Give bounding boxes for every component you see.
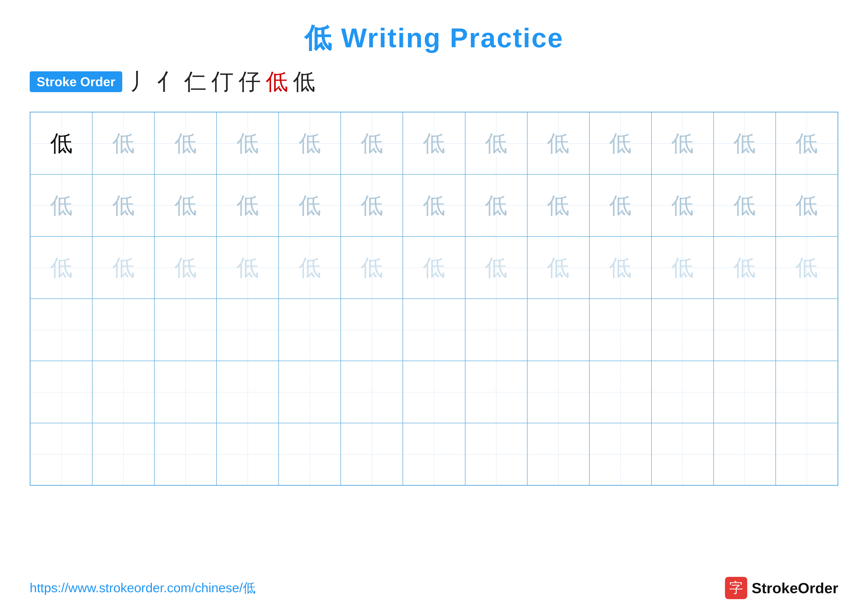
grid-cell-0-12[interactable]: 低 xyxy=(776,112,838,174)
grid-cell-0-6[interactable]: 低 xyxy=(403,112,465,174)
grid-cell-2-12[interactable]: 低 xyxy=(776,236,838,299)
grid-cell-4-0[interactable] xyxy=(30,361,92,423)
grid-cell-4-6[interactable] xyxy=(403,361,465,423)
grid-cell-1-0[interactable]: 低 xyxy=(30,174,92,236)
grid-cell-1-8[interactable]: 低 xyxy=(527,174,589,236)
grid-cell-2-3[interactable]: 低 xyxy=(217,236,279,299)
stroke-char-1: 亻 xyxy=(157,67,179,97)
grid-cell-4-7[interactable] xyxy=(465,361,527,423)
cell-char-2-2: 低 xyxy=(174,256,197,279)
grid-cell-2-2[interactable]: 低 xyxy=(154,236,217,299)
grid-cell-4-3[interactable] xyxy=(217,361,279,423)
grid-cell-2-10[interactable]: 低 xyxy=(651,236,714,299)
grid-cell-3-1[interactable] xyxy=(92,299,154,361)
stroke-order-row: Stroke Order 丿亻仁仃仔低低 xyxy=(30,67,838,97)
grid-cell-5-12[interactable] xyxy=(776,423,838,485)
grid-cell-2-9[interactable]: 低 xyxy=(589,236,651,299)
grid-cell-4-9[interactable] xyxy=(589,361,651,423)
grid-cell-4-2[interactable] xyxy=(154,361,217,423)
grid-cell-5-2[interactable] xyxy=(154,423,217,485)
grid-cell-3-8[interactable] xyxy=(527,299,589,361)
grid-cell-2-4[interactable]: 低 xyxy=(279,236,341,299)
stroke-char-6: 低 xyxy=(293,67,315,97)
stroke-sequence: 丿亻仁仃仔低低 xyxy=(130,67,315,97)
brand-name: StrokeOrder xyxy=(752,580,838,597)
grid-cell-3-0[interactable] xyxy=(30,299,92,361)
grid-cell-5-4[interactable] xyxy=(279,423,341,485)
grid-cell-0-11[interactable]: 低 xyxy=(714,112,776,174)
cell-char-0-8: 低 xyxy=(547,132,569,155)
grid-cell-5-10[interactable] xyxy=(651,423,714,485)
grid-cell-0-2[interactable]: 低 xyxy=(154,112,217,174)
cell-char-1-8: 低 xyxy=(547,194,569,217)
grid-cell-5-8[interactable] xyxy=(527,423,589,485)
grid-row-5 xyxy=(30,423,838,485)
grid-cell-1-4[interactable]: 低 xyxy=(279,174,341,236)
grid-cell-5-1[interactable] xyxy=(92,423,154,485)
grid-cell-3-6[interactable] xyxy=(403,299,465,361)
grid-cell-2-6[interactable]: 低 xyxy=(403,236,465,299)
grid-cell-3-11[interactable] xyxy=(714,299,776,361)
grid-cell-0-7[interactable]: 低 xyxy=(465,112,527,174)
cell-char-0-3: 低 xyxy=(237,132,259,155)
stroke-char-3: 仃 xyxy=(211,67,234,97)
grid-cell-1-6[interactable]: 低 xyxy=(403,174,465,236)
grid-cell-5-9[interactable] xyxy=(589,423,651,485)
grid-cell-1-10[interactable]: 低 xyxy=(651,174,714,236)
grid-cell-0-8[interactable]: 低 xyxy=(527,112,589,174)
cell-char-1-10: 低 xyxy=(671,194,694,217)
grid-cell-4-8[interactable] xyxy=(527,361,589,423)
grid-cell-4-5[interactable] xyxy=(341,361,403,423)
grid-cell-1-11[interactable]: 低 xyxy=(714,174,776,236)
grid-cell-3-7[interactable] xyxy=(465,299,527,361)
grid-cell-2-1[interactable]: 低 xyxy=(92,236,154,299)
cell-char-1-5: 低 xyxy=(361,194,383,217)
grid-cell-1-12[interactable]: 低 xyxy=(776,174,838,236)
grid-cell-1-3[interactable]: 低 xyxy=(217,174,279,236)
grid-cell-1-5[interactable]: 低 xyxy=(341,174,403,236)
grid-cell-1-7[interactable]: 低 xyxy=(465,174,527,236)
grid-cell-0-0[interactable]: 低 xyxy=(30,112,92,174)
grid-cell-1-2[interactable]: 低 xyxy=(154,174,217,236)
grid-cell-0-5[interactable]: 低 xyxy=(341,112,403,174)
grid-cell-4-4[interactable] xyxy=(279,361,341,423)
footer: https://www.strokeorder.com/chinese/低 字 … xyxy=(30,562,838,599)
cell-char-2-5: 低 xyxy=(361,256,383,279)
grid-cell-2-11[interactable]: 低 xyxy=(714,236,776,299)
grid-row-4 xyxy=(30,361,838,423)
cell-char-0-10: 低 xyxy=(671,132,694,155)
grid-cell-4-10[interactable] xyxy=(651,361,714,423)
grid-cell-5-7[interactable] xyxy=(465,423,527,485)
grid-cell-5-3[interactable] xyxy=(217,423,279,485)
grid-cell-2-5[interactable]: 低 xyxy=(341,236,403,299)
grid-row-1: 低低低低低低低低低低低低低 xyxy=(30,174,838,236)
grid-cell-0-4[interactable]: 低 xyxy=(279,112,341,174)
grid-cell-5-11[interactable] xyxy=(714,423,776,485)
grid-cell-2-0[interactable]: 低 xyxy=(30,236,92,299)
cell-char-1-4: 低 xyxy=(299,194,321,217)
cell-char-1-3: 低 xyxy=(237,194,259,217)
grid-cell-0-10[interactable]: 低 xyxy=(651,112,714,174)
grid-cell-3-9[interactable] xyxy=(589,299,651,361)
grid-cell-1-9[interactable]: 低 xyxy=(589,174,651,236)
grid-cell-4-1[interactable] xyxy=(92,361,154,423)
grid-cell-5-6[interactable] xyxy=(403,423,465,485)
grid-cell-1-1[interactable]: 低 xyxy=(92,174,154,236)
page-title: 低 Writing Practice xyxy=(304,20,564,57)
grid-cell-0-3[interactable]: 低 xyxy=(217,112,279,174)
grid-cell-3-12[interactable] xyxy=(776,299,838,361)
grid-cell-5-0[interactable] xyxy=(30,423,92,485)
grid-cell-3-4[interactable] xyxy=(279,299,341,361)
grid-cell-5-5[interactable] xyxy=(341,423,403,485)
grid-cell-3-5[interactable] xyxy=(341,299,403,361)
grid-cell-4-11[interactable] xyxy=(714,361,776,423)
grid-cell-4-12[interactable] xyxy=(776,361,838,423)
grid-cell-2-7[interactable]: 低 xyxy=(465,236,527,299)
footer-url[interactable]: https://www.strokeorder.com/chinese/低 xyxy=(30,579,256,597)
grid-cell-3-10[interactable] xyxy=(651,299,714,361)
grid-cell-0-1[interactable]: 低 xyxy=(92,112,154,174)
grid-cell-3-3[interactable] xyxy=(217,299,279,361)
grid-cell-0-9[interactable]: 低 xyxy=(589,112,651,174)
grid-cell-2-8[interactable]: 低 xyxy=(527,236,589,299)
grid-cell-3-2[interactable] xyxy=(154,299,217,361)
